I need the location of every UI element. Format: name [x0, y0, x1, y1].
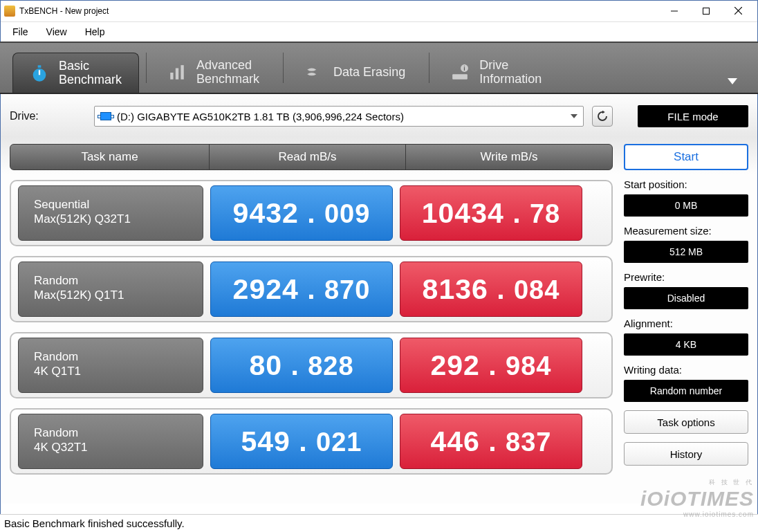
- read-value: 2924 . 870: [210, 262, 393, 317]
- tabstrip: BasicBenchmark AdvancedBenchmark Data Er…: [0, 42, 758, 94]
- result-row: SequentialMax(512K) Q32T1 9432 . 009 104…: [10, 180, 613, 246]
- read-value: 549 . 021: [210, 414, 393, 469]
- refresh-button[interactable]: [592, 106, 613, 127]
- alignment-value[interactable]: 4 KB: [624, 333, 748, 356]
- header-task: Task name: [10, 145, 210, 169]
- drive-info-icon: i: [450, 63, 470, 82]
- close-button[interactable]: [722, 0, 754, 22]
- read-value: 9432 . 009: [210, 185, 393, 241]
- menu-view[interactable]: View: [38, 24, 75, 40]
- maximize-button[interactable]: [690, 0, 722, 22]
- drive-select[interactable]: (D:) GIGABYTE AG510K2TB 1.81 TB (3,906,9…: [94, 106, 584, 127]
- start-position-value[interactable]: 0 MB: [624, 194, 748, 217]
- drive-icon: [100, 112, 111, 120]
- write-value: 10434 . 78: [400, 185, 582, 241]
- svg-rect-5: [38, 65, 41, 68]
- tab-label: Data Erasing: [333, 66, 405, 80]
- prewrite-value[interactable]: Disabled: [624, 287, 748, 309]
- svg-rect-9: [181, 65, 183, 80]
- history-button[interactable]: History: [624, 442, 748, 466]
- writing-data-value[interactable]: Random number: [624, 380, 748, 402]
- statusbar: Basic Benchmark finished successfully.: [0, 514, 758, 532]
- bars-icon: [167, 63, 187, 82]
- tab-drive-information[interactable]: i DriveInformation: [434, 53, 558, 93]
- start-position-label: Start position:: [624, 178, 748, 190]
- measurement-size-value[interactable]: 512 MB: [624, 241, 748, 263]
- drive-label: Drive:: [10, 110, 86, 122]
- writing-data-label: Writing data:: [624, 364, 748, 376]
- task-name: SequentialMax(512K) Q32T1: [18, 185, 203, 241]
- minimize-button[interactable]: [658, 0, 690, 22]
- tab-advanced-benchmark[interactable]: AdvancedBenchmark: [151, 53, 276, 93]
- chevron-down-icon: [571, 114, 577, 118]
- measurement-size-label: Measurement size:: [624, 225, 748, 237]
- tab-overflow-icon[interactable]: [728, 78, 737, 84]
- sidebar: Start Start position: 0 MB Measurement s…: [624, 144, 748, 504]
- results-header: Task name Read mB/s Write mB/s: [10, 144, 613, 170]
- titlebar: TxBENCH - New project: [0, 0, 758, 22]
- app-icon: [4, 6, 15, 17]
- svg-rect-1: [703, 8, 710, 14]
- tab-data-erasing[interactable]: Data Erasing: [288, 53, 422, 93]
- write-value: 8136 . 084: [400, 262, 582, 317]
- file-mode-button[interactable]: FILE mode: [638, 105, 748, 127]
- menu-file[interactable]: File: [4, 24, 37, 40]
- write-value: 292 . 984: [400, 338, 582, 393]
- drive-row: Drive: (D:) GIGABYTE AG510K2TB 1.81 TB (…: [0, 94, 758, 137]
- menubar: File View Help: [0, 22, 758, 42]
- header-write: Write mB/s: [406, 145, 612, 169]
- results-table: Task name Read mB/s Write mB/s Sequentia…: [10, 144, 613, 504]
- svg-rect-8: [176, 68, 178, 80]
- svg-text:i: i: [463, 65, 465, 72]
- erase-icon: [304, 63, 324, 82]
- task-options-button[interactable]: Task options: [624, 410, 748, 434]
- result-row: RandomMax(512K) Q1T1 2924 . 870 8136 . 0…: [10, 256, 613, 322]
- result-row: Random4K Q1T1 80 . 828 292 . 984: [10, 332, 613, 398]
- task-name: RandomMax(512K) Q1T1: [18, 262, 203, 317]
- alignment-label: Alignment:: [624, 318, 748, 329]
- tab-label: DriveInformation: [479, 59, 542, 86]
- task-name: Random4K Q32T1: [18, 414, 203, 469]
- write-value: 446 . 837: [400, 414, 582, 469]
- svg-rect-10: [452, 74, 468, 80]
- header-read: Read mB/s: [210, 145, 406, 169]
- result-row: Random4K Q32T1 549 . 021 446 . 837: [10, 408, 613, 475]
- tab-label: AdvancedBenchmark: [196, 59, 259, 86]
- start-button[interactable]: Start: [624, 144, 748, 170]
- svg-rect-7: [170, 73, 173, 80]
- prewrite-label: Prewrite:: [624, 271, 748, 283]
- read-value: 80 . 828: [210, 338, 393, 393]
- tab-label: BasicBenchmark: [59, 59, 122, 87]
- window-title: TxBENCH - New project: [19, 6, 658, 16]
- stopwatch-icon: [30, 64, 49, 83]
- drive-selected-text: (D:) GIGABYTE AG510K2TB 1.81 TB (3,906,9…: [117, 111, 404, 122]
- tab-basic-benchmark[interactable]: BasicBenchmark: [12, 53, 139, 93]
- task-name: Random4K Q1T1: [18, 338, 203, 393]
- menu-help[interactable]: Help: [77, 24, 113, 40]
- status-text: Basic Benchmark finished successfully.: [4, 517, 185, 529]
